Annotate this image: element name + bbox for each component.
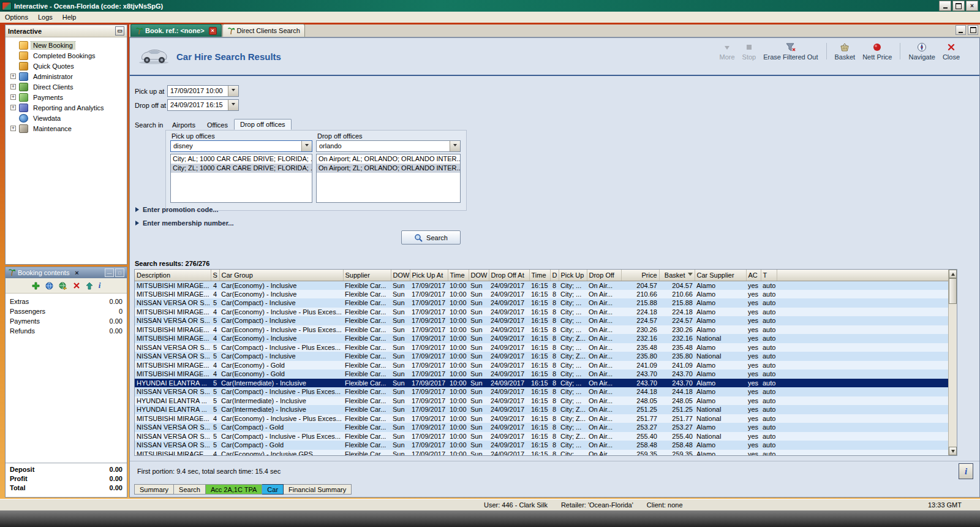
result-row[interactable]: NISSAN VERSA OR S...5Car(Compact) - Incl…	[135, 432, 948, 441]
result-row[interactable]: MITSUBISHI MIRAGE...4Car(Economy) - Incl…	[135, 325, 948, 335]
search-tab-airports[interactable]: Airports	[167, 120, 201, 130]
vertical-scrollbar[interactable]	[948, 270, 957, 455]
bottom-tab-financial-summary[interactable]: Financial Summary	[284, 484, 352, 495]
result-row[interactable]: NISSAN VERSA OR S...5Car(Compact) - Incl…	[135, 316, 948, 325]
close-button[interactable]: Close	[939, 41, 963, 61]
dropdown-arrow-icon[interactable]	[228, 100, 238, 110]
menu-options[interactable]: Options	[0, 13, 33, 21]
tab-close-icon[interactable]: ×	[209, 27, 217, 35]
info-button[interactable]: i	[959, 463, 973, 479]
scrollbar-thumb[interactable]	[949, 278, 957, 304]
column-header-car-supplier[interactable]: Car Supplier	[695, 270, 746, 281]
booking-minimize-button[interactable]: —	[105, 268, 114, 277]
fetch-icon[interactable]	[59, 282, 67, 290]
column-header-basket[interactable]: Basket	[659, 270, 695, 281]
column-header-dow[interactable]: DOW	[469, 270, 489, 281]
expand-icon[interactable]: +	[10, 74, 16, 79]
result-row[interactable]: MITSUBISHI MIRAGE...4Car(Economy) - Incl…	[135, 290, 948, 299]
dropoff-date-combo[interactable]: 24/09/2017 16:15	[167, 99, 239, 111]
collapse-panel-button[interactable]: ▭	[115, 26, 124, 36]
booking-close-icon[interactable]: ×	[73, 269, 80, 276]
result-row[interactable]: MITSUBISHI MIRAGE...4Car(Economy) - Incl…	[135, 281, 948, 290]
search-button[interactable]: Search	[401, 230, 461, 245]
result-row[interactable]: NISSAN VERSA OR S...5Car(Compact) - Incl…	[135, 298, 948, 308]
result-row[interactable]: MITSUBISHI MIRAGE...4Car(Economy) - Gold…	[135, 361, 948, 370]
column-header-pick-up-at[interactable]: Pick Up At	[410, 270, 448, 281]
mdi-minimize-button[interactable]	[956, 25, 966, 35]
nett-price-button[interactable]: Nett Price	[859, 41, 895, 61]
result-row[interactable]: MITSUBISHI MIRAGE...4Car(Economy) - Incl…	[135, 450, 948, 456]
column-header-price[interactable]: Price	[621, 270, 659, 281]
sidebar-item-viewdata[interactable]: Viewdata	[6, 113, 127, 123]
window-maximize-button[interactable]	[952, 1, 965, 11]
sidebar-item-completed-bookings[interactable]: Completed Bookings	[6, 50, 127, 61]
column-header-time[interactable]: Time	[529, 270, 550, 281]
sidebar-item-administrator[interactable]: +Administrator	[6, 71, 127, 82]
column-header-description[interactable]: Description	[135, 270, 211, 281]
booking-maximize-button[interactable]: □	[115, 268, 124, 277]
result-row[interactable]: NISSAN VERSA OR S...5Car(Compact) - Incl…	[135, 387, 948, 396]
navigate-button[interactable]: Navigate	[905, 41, 938, 61]
result-row[interactable]: NISSAN VERSA OR S...5Car(Compact) - Gold…	[135, 423, 948, 432]
mdi-restore-button[interactable]	[968, 25, 978, 35]
window-minimize-button[interactable]	[939, 1, 951, 11]
column-header-drop-off-at[interactable]: Drop Off At	[489, 270, 529, 281]
bottom-tab-car[interactable]: Car	[262, 484, 284, 495]
column-header-d[interactable]: D	[550, 270, 559, 281]
sidebar-item-direct-clients[interactable]: +Direct Clients	[6, 82, 127, 92]
sidebar-item-maintenance[interactable]: +Maintenance	[6, 123, 127, 134]
expand-icon[interactable]: +	[10, 94, 16, 100]
pickup-office-combo[interactable]: disney	[170, 140, 312, 152]
promotion-code-expander[interactable]: Enter promotion code...	[135, 206, 218, 213]
expand-icon[interactable]: +	[10, 84, 16, 89]
office-list-item[interactable]: City; ZL; 1000 CAR CARE DRIVE; FLORIDA; …	[171, 164, 312, 173]
sidebar-item-reporting-and-analytics[interactable]: +Reporting and Analytics	[6, 102, 127, 113]
result-row[interactable]: MITSUBISHI MIRAGE...4Car(Economy) - Incl…	[135, 414, 948, 423]
office-list-item[interactable]: City; AL; 1000 CAR CARE DRIVE; FLORIDA; …	[171, 154, 312, 164]
sidebar-item-quick-quotes[interactable]: Quick Quotes	[6, 61, 127, 71]
result-row[interactable]: NISSAN VERSA OR S...5Car(Compact) - Incl…	[135, 352, 948, 361]
bottom-tab-search[interactable]: Search	[174, 484, 206, 495]
result-row[interactable]: HYUNDAI ELANTRA ...5Car(Intermediate) - …	[135, 379, 948, 388]
sidebar-item-payments[interactable]: +Payments	[6, 92, 127, 102]
dropdown-arrow-icon[interactable]	[301, 141, 312, 151]
result-row[interactable]: NISSAN VERSA OR S...5Car(Compact) - Gold…	[135, 441, 948, 450]
scroll-down-icon[interactable]	[949, 447, 957, 455]
world-icon[interactable]	[45, 282, 53, 290]
dropdown-arrow-icon[interactable]	[450, 141, 460, 151]
menu-help[interactable]: Help	[58, 13, 81, 21]
info-icon[interactable]: i	[99, 281, 101, 290]
bottom-tab-summary[interactable]: Summary	[134, 484, 174, 495]
office-list-item[interactable]: On Airport; ZL; ORLANDO; ORLANDO INTER..…	[317, 164, 460, 173]
pickup-offices-list[interactable]: City; AL; 1000 CAR CARE DRIVE; FLORIDA; …	[170, 154, 312, 203]
dropoff-office-combo[interactable]: orlando	[316, 140, 461, 152]
up-icon[interactable]	[86, 282, 93, 290]
result-row[interactable]: HYUNDAI ELANTRA ...5Car(Intermediate) - …	[135, 405, 948, 414]
expand-icon[interactable]: +	[10, 126, 16, 131]
column-header-time[interactable]: Time	[448, 270, 469, 281]
bottom-tab-acc-2a-1c-tpa[interactable]: Acc 2A,1C TPA	[206, 484, 262, 495]
scroll-up-icon[interactable]	[949, 270, 957, 278]
search-tab-offices[interactable]: Offices	[202, 120, 233, 130]
membership-number-expander[interactable]: Enter membership number...	[135, 219, 234, 227]
result-row[interactable]: MITSUBISHI MIRAGE...4Car(Economy) - Incl…	[135, 308, 948, 317]
result-row[interactable]: MITSUBISHI MIRAGE...4Car(Economy) - Incl…	[135, 334, 948, 343]
erase-filtered-out-button[interactable]: Erase Filtered Out	[760, 41, 821, 61]
column-header-supplier[interactable]: Supplier	[343, 270, 391, 281]
sidebar-item-new-booking[interactable]: New Booking	[6, 40, 127, 50]
column-header-pick-up[interactable]: Pick Up	[559, 270, 587, 281]
column-header-car-group[interactable]: Car Group	[219, 270, 343, 281]
dropdown-arrow-icon[interactable]	[228, 86, 238, 96]
delete-icon[interactable]	[73, 282, 80, 289]
column-header-s[interactable]: S	[211, 270, 219, 281]
column-header-drop-off[interactable]: Drop Off	[587, 270, 621, 281]
basket-button[interactable]: Basket	[831, 41, 859, 61]
office-list-item[interactable]: On Airport; AL; ORLANDO; ORLANDO INTER..…	[317, 154, 460, 164]
result-row[interactable]: HYUNDAI ELANTRA ...5Car(Intermediate) - …	[135, 396, 948, 406]
column-header-ac[interactable]: AC	[746, 270, 761, 281]
add-icon[interactable]	[32, 282, 40, 290]
tab-book-ref-none[interactable]: Book. ref.: <none>×	[130, 24, 222, 37]
menu-logs[interactable]: Logs	[33, 13, 58, 21]
result-row[interactable]: NISSAN VERSA OR S...5Car(Compact) - Incl…	[135, 343, 948, 352]
search-tab-drop-off-offices[interactable]: Drop off offices	[234, 119, 292, 130]
